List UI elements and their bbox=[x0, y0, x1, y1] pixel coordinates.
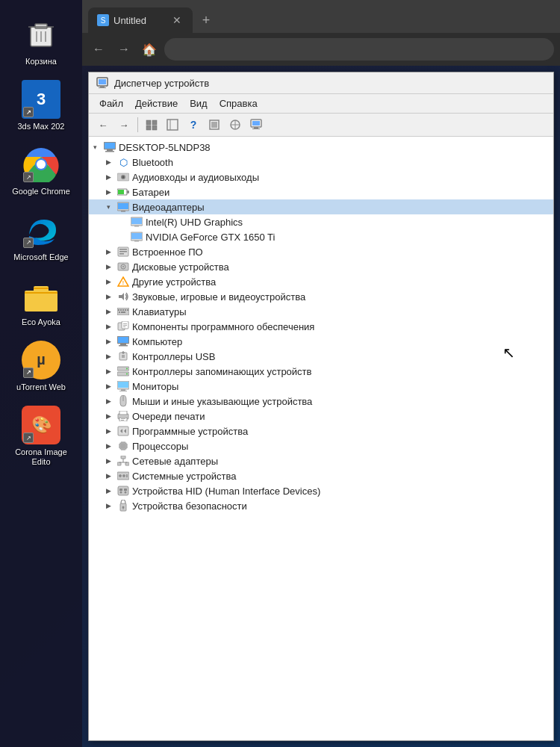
address-bar[interactable] bbox=[164, 38, 554, 61]
browser-tab-active[interactable]: S Untitled ✕ bbox=[88, 7, 193, 33]
svg-rect-112 bbox=[125, 462, 129, 465]
expand-network[interactable]: ▶ bbox=[102, 455, 114, 467]
tree-item-print[interactable]: ▶ Очереди печати bbox=[89, 409, 553, 424]
toolbar-forward-button[interactable]: → bbox=[114, 116, 134, 134]
menu-file[interactable]: Файл bbox=[93, 96, 129, 111]
corona-icon[interactable]: 🎨 ↗ Corona Image Edito bbox=[7, 406, 75, 467]
expand-software-comp[interactable]: ▶ bbox=[102, 320, 114, 332]
new-tab-button[interactable]: + bbox=[196, 10, 217, 31]
expand-other[interactable]: ▶ bbox=[102, 276, 114, 288]
toolbar-btn-3[interactable] bbox=[205, 116, 224, 134]
tree-item-keyboard[interactable]: ▶ bbox=[89, 304, 553, 319]
tree-item-computer[interactable]: ▶ Компьютер bbox=[89, 334, 553, 349]
expand-batteries[interactable]: ▶ bbox=[102, 186, 114, 198]
expand-storage[interactable]: ▶ bbox=[102, 365, 114, 377]
svg-rect-35 bbox=[107, 149, 113, 151]
computer-name: DESKTOP-5LNDP38 bbox=[119, 142, 211, 153]
eco-ayoka-icon[interactable]: Eco Ayoka bbox=[7, 276, 75, 327]
toolbar-btn-2[interactable] bbox=[163, 116, 182, 134]
tree-item-processors[interactable]: ▶ bbox=[89, 438, 553, 453]
hid-icon bbox=[116, 484, 130, 498]
toolbar-help-button[interactable]: ? bbox=[184, 116, 203, 134]
tree-item-bluetooth[interactable]: ▶ ⬡ Bluetooth bbox=[89, 155, 553, 170]
nav-home-button[interactable]: 🏠 bbox=[139, 39, 160, 60]
recycle-bin-icon[interactable]: Корзина bbox=[7, 15, 75, 66]
utorrent-icon[interactable]: µ ↗ uTorrent Web bbox=[7, 341, 75, 392]
tree-item-audio[interactable]: ▶ Аудиовходы и аудиовыходы bbox=[89, 170, 553, 185]
svg-rect-13 bbox=[34, 288, 49, 289]
tree-item-nvidia-gpu[interactable]: ▶ NVIDIA GeForce GTX 1650 Ti bbox=[89, 229, 553, 244]
expand-root[interactable]: ▾ bbox=[89, 141, 101, 153]
tree-item-firmware[interactable]: ▶ Встроенное ПО bbox=[89, 244, 553, 259]
3dsmax-icon[interactable]: 3 ↗ 3ds Max 202 bbox=[7, 80, 75, 131]
expand-print[interactable]: ▶ bbox=[102, 410, 114, 422]
expand-sound[interactable]: ▶ bbox=[102, 291, 114, 303]
tree-item-hid[interactable]: ▶ Устройства HID (Human Interface Device… bbox=[89, 483, 553, 498]
expand-firmware[interactable]: ▶ bbox=[102, 246, 114, 258]
tree-item-other[interactable]: ▶ ! Другие устройства bbox=[89, 274, 553, 289]
tree-item-monitors[interactable]: ▶ Мониторы bbox=[89, 379, 553, 394]
tree-item-system[interactable]: ▶ Системные устройства bbox=[89, 468, 553, 483]
expand-mice[interactable]: ▶ bbox=[102, 395, 114, 407]
tree-item-usb[interactable]: ▶ Контроллеры USB bbox=[89, 349, 553, 364]
svg-rect-65 bbox=[125, 309, 126, 311]
svg-point-58 bbox=[122, 266, 124, 267]
toolbar-monitor-button[interactable] bbox=[246, 116, 266, 134]
nav-back-button[interactable]: ← bbox=[88, 39, 109, 60]
audio-label: Аудиовходы и аудиовыходы bbox=[132, 172, 259, 183]
usb-label: Контроллеры USB bbox=[132, 351, 215, 362]
expand-processors[interactable]: ▶ bbox=[102, 440, 114, 452]
toolbar-btn-1[interactable] bbox=[142, 116, 161, 134]
toolbar-back-button[interactable]: ← bbox=[93, 116, 113, 134]
expand-disk[interactable]: ▶ bbox=[102, 261, 114, 273]
software-dev-icon bbox=[116, 424, 130, 438]
tree-item-batteries[interactable]: ▶ Батареи bbox=[89, 185, 553, 199]
svg-rect-31 bbox=[254, 127, 258, 128]
expand-security[interactable]: ▶ bbox=[102, 500, 114, 512]
expand-audio[interactable]: ▶ bbox=[102, 171, 114, 183]
recycle-bin-label: Корзина bbox=[25, 57, 57, 66]
expand-hid[interactable]: ▶ bbox=[102, 485, 114, 497]
expand-usb[interactable]: ▶ bbox=[102, 350, 114, 362]
tree-item-mice[interactable]: ▶ Мыши и иные указывающие устройства bbox=[89, 394, 553, 409]
expand-keyboard[interactable]: ▶ bbox=[102, 306, 114, 317]
svg-point-39 bbox=[122, 176, 125, 179]
expand-system[interactable]: ▶ bbox=[102, 470, 114, 482]
expand-monitors[interactable]: ▶ bbox=[102, 380, 114, 392]
disk-label: Дисковые устройства bbox=[132, 261, 229, 273]
usb-icon bbox=[116, 350, 130, 363]
devmgr-content[interactable]: ▾ DESKTOP-5LNDP38 bbox=[89, 137, 553, 740]
expand-software-dev[interactable]: ▶ bbox=[102, 425, 114, 437]
sound-label: Звуковые, игровые и видеоустройства bbox=[132, 291, 305, 303]
menu-view[interactable]: Вид bbox=[184, 96, 214, 111]
shortcut-arrow-chrome: ↗ bbox=[23, 172, 34, 182]
tree-item-intel-gpu[interactable]: ▶ Intel(R) UHD Graphics bbox=[89, 214, 553, 229]
tree-item-network[interactable]: ▶ Сетевые адаптеры bbox=[89, 453, 553, 468]
expand-video[interactable]: ▾ bbox=[102, 201, 114, 213]
toolbar-btn-4[interactable] bbox=[225, 116, 245, 134]
svg-text:!: ! bbox=[122, 280, 124, 285]
tree-item-sound[interactable]: ▶ Звуковые, игровые и видеоустройства bbox=[89, 289, 553, 304]
svg-rect-30 bbox=[252, 121, 260, 125]
menu-help[interactable]: Справка bbox=[214, 96, 264, 111]
tree-root-node[interactable]: ▾ DESKTOP-5LNDP38 bbox=[89, 140, 553, 155]
chrome-icon[interactable]: ↗ Google Chrome bbox=[7, 145, 75, 196]
svg-point-9 bbox=[37, 160, 46, 169]
software-comp-label: Компоненты программного обеспечения bbox=[132, 321, 314, 332]
nvidia-gpu-label: NVIDIA GeForce GTX 1650 Ti bbox=[146, 232, 275, 243]
tree-item-security[interactable]: ▶ Устройства безопасности bbox=[89, 498, 553, 513]
tree-item-software-comp[interactable]: ▶ Компоненты программного обеспечения bbox=[89, 319, 553, 334]
svg-rect-124 bbox=[124, 489, 127, 491]
keyboard-label: Клавиатуры bbox=[132, 306, 187, 317]
tab-close-button[interactable]: ✕ bbox=[170, 13, 184, 27]
expand-bluetooth[interactable]: ▶ bbox=[102, 156, 114, 168]
edge-icon[interactable]: ↗ Microsoft Edge bbox=[7, 211, 75, 262]
menu-action[interactable]: Действие bbox=[129, 96, 184, 111]
tree-item-video[interactable]: ▾ Видеоадаптеры bbox=[89, 199, 553, 214]
expand-computer[interactable]: ▶ bbox=[102, 335, 114, 347]
tree-item-storage[interactable]: ▶ Контроллеры запоминающих устройств bbox=[89, 364, 553, 379]
tree-item-disk[interactable]: ▶ Дисковые устройства bbox=[89, 259, 553, 274]
tree-item-software-dev[interactable]: ▶ Программные устройства bbox=[89, 424, 553, 438]
nav-forward-button[interactable]: → bbox=[113, 39, 134, 60]
batteries-label: Батареи bbox=[132, 187, 169, 198]
